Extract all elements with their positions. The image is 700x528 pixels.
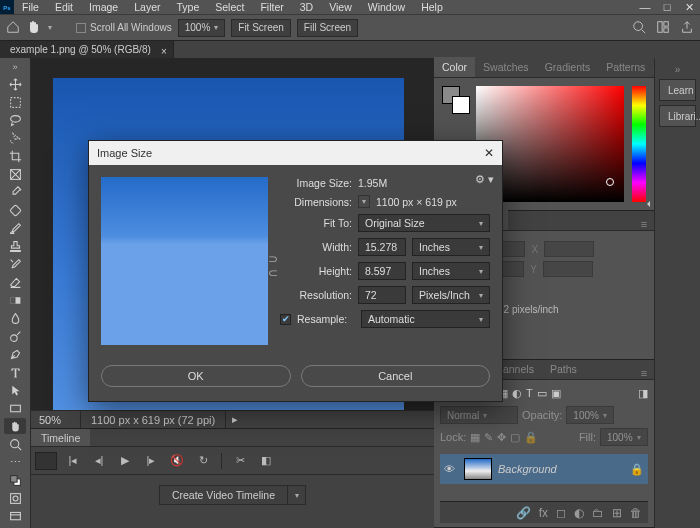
create-video-timeline-button[interactable]: Create Video Timeline [159,485,288,505]
tab-color[interactable]: Color [434,57,475,77]
menu-view[interactable]: View [321,1,360,13]
share-icon[interactable] [680,20,694,36]
doc-info[interactable]: 1100 px x 619 px (72 ppi) [81,411,226,429]
pen-tool[interactable] [4,346,26,362]
gradient-tool[interactable] [4,292,26,308]
menu-filter[interactable]: Filter [252,1,291,13]
fill-screen-button[interactable]: Fill Screen [297,19,358,37]
brush-tool[interactable] [4,220,26,236]
new-layer-icon[interactable]: ⊞ [612,506,622,520]
dodge-tool[interactable] [4,328,26,344]
lock-icon[interactable]: 🔒 [630,463,644,476]
toolbox-collapse[interactable]: » [12,62,17,72]
dialog-titlebar[interactable]: Image Size ✕ [89,141,502,165]
document-tab[interactable]: example 1.png @ 50% (RGB/8) × [0,41,174,59]
zoom-dropdown[interactable]: 100% ▾ [178,19,226,37]
tool-preset-chevron[interactable]: ▾ [48,23,52,32]
delete-layer-icon[interactable]: 🗑 [630,506,642,520]
transition-icon[interactable]: ◧ [256,454,276,467]
hue-slider[interactable] [632,86,646,202]
timeline-tab[interactable]: Timeline [31,429,90,446]
menu-image[interactable]: Image [81,1,126,13]
bg-color[interactable] [452,96,470,114]
hand-tool[interactable] [4,418,26,434]
adjustments-panel-menu[interactable]: ≡ [634,218,654,230]
height-unit-dropdown[interactable]: Inches▾ [412,262,490,280]
minimize-button[interactable]: — [634,0,656,14]
menu-3d[interactable]: 3D [292,1,321,13]
filter-type-icon[interactable]: T [526,387,533,399]
filter-adjust-icon[interactable]: ◐ [512,387,522,400]
lock-brush-icon[interactable]: ✎ [484,431,493,444]
cancel-button[interactable]: Cancel [301,365,491,387]
layer-thumbnail[interactable] [464,458,492,480]
type-tool[interactable] [4,364,26,380]
lock-artboard-icon[interactable]: ▢ [510,431,520,444]
heal-tool[interactable] [4,202,26,218]
opacity-field[interactable]: 100%▾ [566,406,614,424]
visibility-icon[interactable]: 👁 [444,463,458,475]
quick-mask[interactable] [4,490,26,506]
tab-patterns[interactable]: Patterns [598,57,653,77]
filter-smart-icon[interactable]: ▣ [551,387,561,400]
blur-tool[interactable] [4,310,26,326]
layer-row-background[interactable]: 👁 Background 🔒 [440,454,648,484]
loop-icon[interactable]: ↻ [193,454,213,467]
link-layers-icon[interactable]: 🔗 [516,506,531,520]
history-brush-tool[interactable] [4,256,26,272]
layer-mask-icon[interactable]: ◻ [556,506,566,520]
quick-select-tool[interactable] [4,130,26,146]
zoom-status[interactable]: 50% [31,411,81,429]
play-icon[interactable]: ▶ [115,454,135,467]
toolbar-edit[interactable]: ⋯ [4,454,26,470]
resample-checkbox[interactable]: ✔ [280,314,291,325]
lock-position-icon[interactable]: ✥ [497,431,506,444]
lock-all-icon[interactable]: 🔒 [524,431,538,444]
group-icon[interactable]: 🗀 [592,506,604,520]
fit-screen-button[interactable]: Fit Screen [231,19,291,37]
screen-mode[interactable] [4,508,26,524]
tab-paths[interactable]: Paths [542,359,585,379]
workspace-icon[interactable] [656,20,670,36]
layers-panel-menu[interactable]: ≡ [634,367,654,379]
filter-shape-icon[interactable]: ▭ [537,387,547,400]
layer-name[interactable]: Background [498,463,557,475]
fit-to-dropdown[interactable]: Original Size▾ [358,214,490,232]
zoom-tool[interactable] [4,436,26,452]
prev-frame-icon[interactable]: ◂| [89,454,109,467]
rectangle-tool[interactable] [4,400,26,416]
learn-panel-stub[interactable]: Learn [659,79,696,101]
maximize-button[interactable]: □ [656,0,678,14]
close-button[interactable]: ✕ [678,0,700,14]
width-input[interactable]: 15.278 [358,238,406,256]
tab-gradients[interactable]: Gradients [537,57,599,77]
ok-button[interactable]: OK [101,365,291,387]
search-icon[interactable] [632,20,646,36]
menu-edit[interactable]: Edit [47,1,81,13]
crop-tool[interactable] [4,148,26,164]
adjustment-layer-icon[interactable]: ◐ [574,506,584,520]
next-frame-icon[interactable]: |▸ [141,454,161,467]
filter-toggle[interactable]: ◨ [638,387,648,400]
resample-dropdown[interactable]: Automatic▾ [361,310,490,328]
scroll-all-windows-option[interactable]: Scroll All Windows [76,22,172,33]
menu-type[interactable]: Type [168,1,207,13]
menu-help[interactable]: Help [413,1,451,13]
tab-swatches[interactable]: Swatches [475,57,537,77]
resolution-unit-dropdown[interactable]: Pixels/Inch▾ [412,286,490,304]
lock-pixels-icon[interactable]: ▦ [470,431,480,444]
eyedropper-tool[interactable] [4,184,26,200]
height-input[interactable]: 8.597 [358,262,406,280]
constrain-proportions-icon[interactable]: ⊃⊂ [267,245,279,287]
create-video-timeline-menu[interactable]: ▾ [288,485,306,505]
home-icon[interactable] [6,20,20,36]
marquee-tool[interactable] [4,94,26,110]
collapse-stubs[interactable]: » [655,64,700,75]
dialog-close-icon[interactable]: ✕ [484,146,494,160]
path-select-tool[interactable] [4,382,26,398]
layer-style-icon[interactable]: fx [539,506,548,520]
scroll-all-checkbox[interactable] [76,23,86,33]
width-unit-dropdown[interactable]: Inches▾ [412,238,490,256]
resolution-input[interactable]: 72 [358,286,406,304]
doc-info-menu[interactable]: ▸ [226,413,244,426]
